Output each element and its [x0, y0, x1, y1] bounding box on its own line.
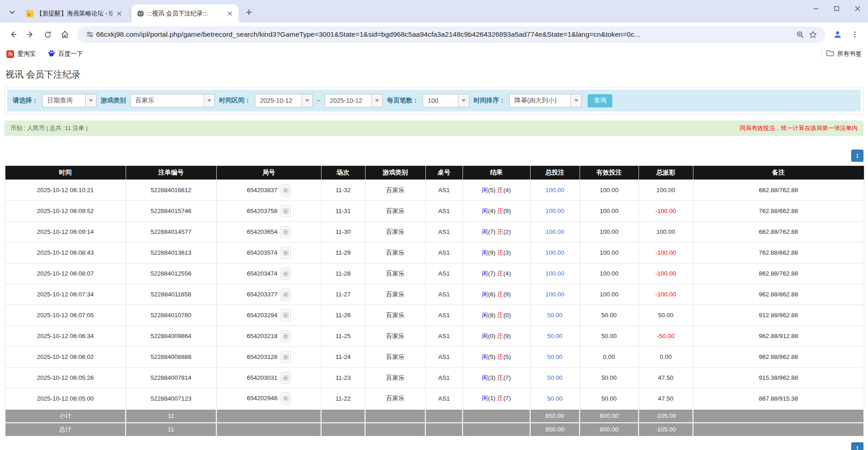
video-replay-icon[interactable] — [281, 351, 291, 363]
site-settings-tune-icon[interactable] — [83, 28, 96, 41]
result-cell: 闲(5) 庄(5) — [463, 347, 530, 368]
total-bet-link[interactable]: 100.00 — [546, 208, 564, 214]
url-bar[interactable]: 66cxkj98.com/ipl/portal.php/game/betreco… — [77, 26, 825, 43]
total-bet-link[interactable]: 100.00 — [546, 187, 564, 194]
total-row-table-number-cell — [425, 423, 463, 436]
zoom-icon[interactable] — [794, 28, 806, 41]
minimize-button[interactable] — [805, 0, 826, 17]
payout-cell: -100.00 — [639, 242, 693, 263]
page-content: 视讯 会员下注纪录 请选择： 日期查询 游戏类别 百家乐 时间区间： 2025-… — [0, 68, 868, 450]
total-bet-link[interactable]: 100.00 — [546, 228, 564, 235]
total-bet-link[interactable]: 100.00 — [546, 249, 564, 256]
table-body: 2025-10-12 06:10:21522884016612654203837… — [5, 180, 864, 436]
tab-bet-records[interactable]: :::视讯 会员下注纪录::: — [132, 5, 239, 23]
payout-cell: 0.00 — [639, 347, 693, 368]
close-window-button[interactable] — [847, 0, 868, 17]
banker-result: 庄 — [497, 312, 503, 319]
banker-points: (9) — [503, 208, 511, 214]
round-number-cell: 654203377 — [216, 284, 321, 305]
total-bet-link[interactable]: 50.00 — [547, 312, 563, 319]
video-replay-icon[interactable] — [281, 184, 291, 196]
filter-panel: 请选择： 日期查询 游戏类别 百家乐 时间区间： 2025-10-12 ~ 20… — [5, 87, 863, 114]
table-number-cell: AS1 — [425, 347, 463, 368]
round-number: 654203474 — [247, 270, 278, 276]
video-replay-icon[interactable] — [281, 330, 291, 342]
close-tab-icon[interactable] — [115, 10, 123, 18]
video-replay-icon[interactable] — [281, 372, 291, 384]
table-number-cell: AS1 — [425, 368, 463, 388]
video-replay-icon[interactable] — [281, 268, 291, 280]
search-button[interactable]: 查询 — [588, 94, 612, 107]
result-cell: 闲(9) 庄(3) — [463, 242, 530, 263]
banker-points: (5) — [503, 353, 511, 360]
total-row-round-number-cell — [216, 423, 321, 436]
total-bet-link[interactable]: 50.00 — [547, 353, 563, 360]
back-icon[interactable] — [5, 26, 22, 43]
banker-result: 庄 — [497, 353, 503, 360]
all-bookmarks-button[interactable]: 所有书签 — [826, 50, 862, 58]
url-text[interactable]: 66cxkj98.com/ipl/portal.php/game/betreco… — [96, 30, 794, 39]
game-type-cell: 百家乐 — [365, 388, 425, 409]
total-bet-link[interactable]: 50.00 — [547, 374, 563, 381]
page-title: 视讯 会员下注纪录 — [5, 68, 868, 81]
player-result: 闲 — [482, 208, 488, 214]
banker-result: 庄 — [497, 249, 503, 256]
total-bet-cell: 100.00 — [530, 242, 580, 263]
player-points: (3) — [488, 374, 496, 381]
game-type-select[interactable]: 百家乐 — [130, 94, 215, 107]
total-bet-link[interactable]: 50.00 — [547, 395, 563, 402]
bookmark-star-icon[interactable] — [806, 28, 819, 41]
total-row-valid-bet-cell: 800.00 — [580, 423, 639, 436]
maximize-button[interactable] — [826, 0, 847, 17]
column-header: 游戏类别 — [365, 166, 425, 180]
bookmark-taobao[interactable]: 淘 爱淘宝 — [6, 50, 36, 58]
chevron-down-icon — [204, 94, 215, 107]
reload-icon[interactable] — [39, 26, 56, 43]
subtotal-row-result-cell — [463, 409, 530, 423]
tab-search-chevron-icon[interactable] — [5, 5, 19, 19]
close-tab-icon[interactable] — [226, 10, 234, 18]
per-page-select[interactable]: 100 — [423, 94, 469, 107]
table-row: 2025-10-12 06:08:43522884013613654203574… — [5, 242, 864, 263]
banker-points: (9) — [503, 291, 511, 298]
session-cell: 11-31 — [321, 201, 365, 222]
browser-toolbar: 66cxkj98.com/ipl/portal.php/game/betreco… — [0, 23, 868, 46]
menu-kebab-icon[interactable] — [846, 26, 863, 43]
table-number-cell: AS1 — [425, 305, 463, 326]
total-bet-link[interactable]: 50.00 — [547, 333, 563, 339]
forward-icon[interactable] — [22, 26, 39, 43]
bookmark-baidu[interactable]: 百度一下 — [48, 49, 83, 58]
video-replay-icon[interactable] — [281, 289, 291, 300]
page-1-button[interactable]: 1 — [851, 150, 863, 162]
time-cell: 2025-10-12 06:05:00 — [5, 388, 126, 409]
sort-select[interactable]: 降幂(由大到小) — [509, 94, 582, 107]
player-points: (0) — [488, 333, 496, 339]
date-from-select[interactable]: 2025-10-12 — [255, 94, 313, 107]
bet-number-cell: 522884007123 — [126, 388, 216, 409]
video-replay-icon[interactable] — [281, 205, 291, 217]
time-cell: 2025-10-12 06:09:14 — [5, 222, 126, 242]
table-row: 2025-10-12 06:09:14522884014577654203654… — [5, 222, 864, 242]
video-replay-icon[interactable] — [281, 247, 291, 259]
home-icon[interactable] — [56, 26, 73, 43]
profile-icon[interactable] — [829, 26, 846, 43]
round-number: 654202948 — [247, 395, 278, 402]
video-replay-icon[interactable] — [281, 226, 291, 238]
video-replay-icon[interactable] — [281, 310, 291, 321]
session-cell: 11-22 — [321, 388, 365, 409]
tab-forum[interactable]: 【新提醒】海燕策略论坛 - 综合 — [21, 5, 128, 23]
column-header: 总投注 — [530, 166, 580, 180]
round-number: 654203654 — [247, 228, 278, 235]
round-number: 654203294 — [247, 311, 278, 318]
result-cell: 闲(8) 庄(0) — [463, 305, 530, 326]
video-replay-icon[interactable] — [281, 392, 291, 404]
page-1-button[interactable]: 1 — [851, 442, 863, 450]
note-cell: 762.88/662.88 — [693, 242, 864, 263]
query-type-select[interactable]: 日期查询 — [42, 94, 97, 107]
new-tab-button[interactable] — [242, 5, 256, 19]
bet-number-cell: 522884008888 — [126, 347, 216, 368]
date-to-select[interactable]: 2025-10-12 — [325, 94, 383, 107]
total-bet-link[interactable]: 100.00 — [546, 270, 564, 277]
payout-cell: -50.00 — [639, 326, 693, 347]
total-bet-link[interactable]: 100.00 — [546, 291, 564, 298]
